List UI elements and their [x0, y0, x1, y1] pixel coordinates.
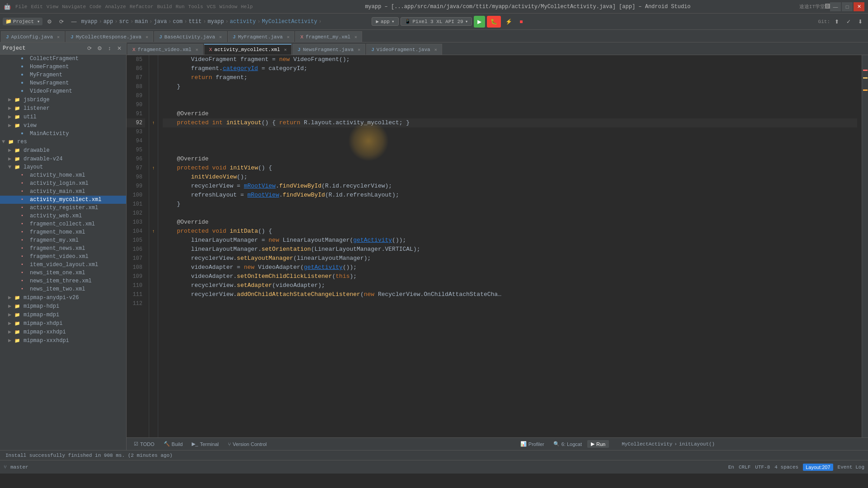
code-content[interactable]: VideoFragment fragment = new VideoFragme…: [158, 55, 862, 437]
layout-button[interactable]: Layout:207: [803, 464, 833, 471]
sidebar-item-layout[interactable]: ▼ 📁 layout: [0, 163, 126, 171]
sidebar-item-myfragment[interactable]: ● MyFragment: [0, 71, 126, 79]
sidebar-item-mipmap-xxhdpi[interactable]: ▶ 📁 mipmap-xxhdpi: [0, 328, 126, 336]
sidebar-item-collectfragment[interactable]: ● CollectFragment: [0, 55, 126, 63]
breadcrumb-app[interactable]: app: [104, 19, 113, 25]
tab-videofragment-close[interactable]: ✕: [434, 47, 437, 52]
minimize-button[interactable]: —: [830, 2, 841, 11]
profile-button[interactable]: ⚡: [503, 16, 515, 28]
toolbar-settings[interactable]: ⚙: [44, 16, 55, 28]
toolbar-collapse[interactable]: —: [68, 16, 79, 28]
breadcrumb2-method[interactable]: initLayout(): [679, 441, 715, 447]
sidebar-gear-btn[interactable]: ⚙: [95, 44, 104, 52]
tab-fragmentvideo-close[interactable]: ✕: [195, 47, 198, 52]
tab-vcs[interactable]: ⑂ Version Control: [224, 441, 270, 448]
tab-fragmentmy-close[interactable]: ✕: [354, 34, 357, 40]
tab-activitymycollect-close[interactable]: ✕: [284, 47, 287, 52]
tab-mycollectresponse-close[interactable]: ✕: [146, 34, 148, 40]
menu-navigate[interactable]: Navigate: [62, 4, 86, 9]
sidebar-sync-btn[interactable]: ⟳: [85, 44, 94, 52]
menu-code[interactable]: Code: [90, 4, 101, 9]
sidebar-item-mipmap-xxxhdpi[interactable]: ▶ 📁 mipmap-xxxhdpi: [0, 336, 126, 345]
menu-vcs[interactable]: VCS: [207, 4, 216, 9]
breadcrumb-ttit[interactable]: ttit: [189, 19, 202, 25]
run-button[interactable]: ▶: [474, 16, 485, 28]
sidebar-item-drawable[interactable]: ▶ 📁 drawable: [0, 146, 126, 155]
sidebar-item-activity-register[interactable]: ▪ activity_register.xml: [0, 204, 126, 212]
sidebar-item-mipmap-xhdpi[interactable]: ▶ 📁 mipmap-xhdpi: [0, 319, 126, 328]
tab-mycollectresponse[interactable]: J MyCollectResponse.java ✕: [66, 31, 153, 42]
tab-baseactivity-close[interactable]: ✕: [219, 34, 222, 40]
sidebar-item-homefragment[interactable]: ● HomeFragment: [0, 63, 126, 71]
sidebar-item-fragment-my[interactable]: ▪ fragment_my.xml: [0, 236, 126, 244]
sidebar-expand-btn[interactable]: ↕: [105, 44, 113, 52]
tab-baseactivity[interactable]: J BaseActivity.java ✕: [154, 31, 227, 42]
menu-tools[interactable]: Tools: [188, 4, 203, 9]
breadcrumb-com[interactable]: com: [173, 19, 183, 25]
sidebar-close-btn[interactable]: ✕: [115, 44, 123, 52]
git-update[interactable]: ⬆: [832, 16, 842, 28]
sidebar-item-news-one[interactable]: ▪ news_item_one.xml: [0, 269, 126, 277]
menu-file[interactable]: File: [15, 4, 27, 9]
sidebar-item-util[interactable]: ▶ 📁 util: [0, 113, 126, 121]
git-commit[interactable]: ✓: [844, 16, 854, 28]
tab-newsfragment[interactable]: J NewsFragment.java ✕: [292, 44, 365, 55]
toolbar-sync[interactable]: ⟳: [57, 16, 66, 28]
sidebar-item-mipmap-hdpi[interactable]: ▶ 📁 mipmap-hdpi: [0, 302, 126, 310]
tab-run[interactable]: ▶ Run: [587, 440, 609, 448]
sidebar-item-newsfragment[interactable]: ● NewsFragment: [0, 79, 126, 87]
project-selector[interactable]: 📁 Project ▾: [3, 18, 42, 25]
stop-button[interactable]: ■: [517, 16, 525, 28]
breadcrumb-myapp2[interactable]: myapp: [208, 19, 224, 25]
tab-logcat[interactable]: 🔍 6: Logcat: [550, 440, 585, 448]
tab-fragmentmy[interactable]: X fragment_my.xml ✕: [295, 31, 362, 42]
sidebar-item-res[interactable]: ▼ 📁 res: [0, 138, 126, 146]
maximize-button[interactable]: □: [842, 2, 853, 11]
tab-newsfragment-close[interactable]: ✕: [358, 47, 360, 52]
tab-terminal[interactable]: ▶_ Terminal: [188, 440, 222, 448]
menu-build[interactable]: Build: [157, 4, 172, 9]
breadcrumb-class[interactable]: MyCollectActivity: [262, 19, 317, 25]
sidebar-item-videofragment[interactable]: ● VideoFragment: [0, 87, 126, 95]
sidebar-item-mipmap-mdpi[interactable]: ▶ 📁 mipmap-mdpi: [0, 310, 126, 319]
tab-activitymycollect[interactable]: X activity_mycollect.xml ✕: [204, 44, 292, 55]
sidebar-item-drawable-v24[interactable]: ▶ 📁 drawable-v24: [0, 155, 126, 163]
sidebar-item-jsbridge[interactable]: ▶ 📁 jsbridge: [0, 95, 126, 104]
tab-myfragment[interactable]: J MyFragment.java ✕: [228, 31, 295, 42]
sidebar-item-news-two[interactable]: ▪ news_item_two.xml: [0, 285, 126, 293]
sidebar-item-mainactivity[interactable]: ● MainActivity: [0, 130, 126, 138]
run-config-selector[interactable]: ▶ app ▾: [372, 17, 398, 26]
tab-apiconfig[interactable]: J ApiConfig.java ✕: [1, 31, 65, 42]
sidebar-item-activity-mycollect[interactable]: ▪ activity_mycollect.xml: [0, 196, 126, 204]
tab-todo[interactable]: ☑ TODO: [130, 440, 158, 448]
sidebar-item-fragment-video[interactable]: ▪ fragment_video.xml: [0, 253, 126, 261]
breadcrumb-src[interactable]: src: [119, 19, 129, 25]
tab-profiler[interactable]: 📊 Profiler: [517, 440, 548, 448]
sidebar-item-fragment-home[interactable]: ▪ fragment_home.xml: [0, 228, 126, 236]
sidebar-item-fragment-collect[interactable]: ▪ fragment_collect.xml: [0, 220, 126, 228]
breadcrumb-java[interactable]: java: [154, 19, 167, 25]
sidebar-item-item-video[interactable]: ▪ item_video_layout.xml: [0, 261, 126, 269]
window-controls[interactable]: — □ ✕: [830, 2, 864, 11]
breadcrumb-main[interactable]: main: [135, 19, 148, 25]
sidebar-item-fragment-news[interactable]: ▪ fragment_news.xml: [0, 244, 126, 253]
sidebar-item-activity-main[interactable]: ▪ activity_main.xml: [0, 188, 126, 196]
tab-videofragment[interactable]: J VideoFragment.java ✕: [366, 44, 442, 55]
sidebar-item-listener[interactable]: ▶ 📁 listener: [0, 104, 126, 113]
debug-button[interactable]: 🐛: [487, 16, 501, 28]
scroll-indicator-panel[interactable]: [862, 55, 868, 437]
breadcrumb-myapp[interactable]: myapp: [81, 19, 97, 25]
tab-fragmentvideo[interactable]: X fragment_video.xml ✕: [127, 44, 203, 55]
close-button[interactable]: ✕: [854, 2, 864, 11]
sidebar-controls[interactable]: ⟳ ⚙ ↕ ✕: [85, 44, 123, 52]
menu-edit[interactable]: Edit: [31, 4, 42, 9]
sidebar-item-view[interactable]: ▶ 📁 view: [0, 121, 126, 130]
sidebar-item-mipmap-anydpi[interactable]: ▶ 📁 mipmap-anydpi-v26: [0, 293, 126, 302]
menu-window[interactable]: Window: [219, 4, 237, 9]
tab-build[interactable]: 🔨 Build: [160, 440, 186, 448]
menu-run[interactable]: Run: [175, 4, 184, 9]
tab-myfragment-close[interactable]: ✕: [287, 34, 289, 40]
sidebar-item-news-three[interactable]: ▪ news_item_three.xml: [0, 277, 126, 285]
sidebar-item-activity-login[interactable]: ▪ activity_login.xml: [0, 179, 126, 188]
sidebar-item-activity-home[interactable]: ▪ activity_home.xml: [0, 171, 126, 179]
